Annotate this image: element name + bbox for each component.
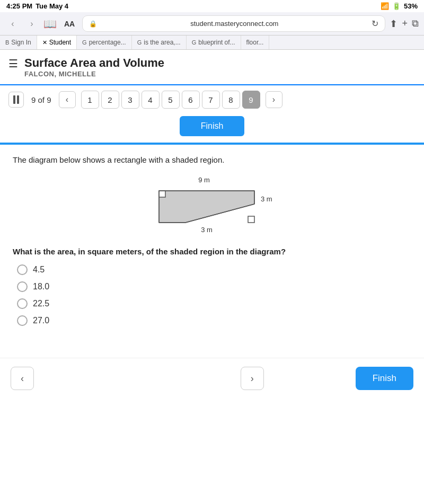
diagram-area: 9 m 3 m 3 m: [13, 175, 411, 238]
finish-bottom-button[interactable]: Finish: [356, 367, 413, 390]
url-text: student.masteryconnect.com: [100, 20, 368, 28]
radio-b[interactable]: [17, 281, 28, 292]
address-bar[interactable]: 🔒 student.masteryconnect.com ↻: [82, 15, 385, 32]
choice-b[interactable]: 18.0: [17, 281, 411, 292]
radio-d[interactable]: [17, 315, 28, 326]
svg-text:3 m: 3 m: [261, 195, 272, 203]
question-number-list: 1 2 3 4 5 6 7 8 9: [81, 91, 260, 109]
diagram-svg: 9 m 3 m 3 m: [143, 175, 281, 238]
answer-label: What is the area, in square meters, of t…: [13, 247, 411, 256]
radio-a[interactable]: [17, 264, 28, 275]
svg-text:9 m: 9 m: [198, 176, 210, 184]
pause-button[interactable]: [8, 92, 24, 108]
bottom-prev-button[interactable]: ‹: [11, 367, 34, 390]
question-nav: 9 of 9 ‹ 1 2 3 4 5 6 7 8 9 ›: [0, 85, 424, 114]
question-number-8[interactable]: 8: [222, 91, 240, 109]
finish-nav-area: Finish: [0, 114, 424, 143]
student-name: FALCON, MICHELLE: [24, 70, 164, 78]
reload-button[interactable]: ↻: [372, 19, 378, 29]
page-title: Surface Area and Volume: [24, 56, 164, 70]
svg-text:3 m: 3 m: [201, 226, 213, 234]
tab-blueprint[interactable]: G blueprint of...: [187, 36, 241, 49]
choice-c-label: 22.5: [33, 299, 49, 308]
status-bar: 4:25 PM Tue May 4 📶 🔋 53%: [0, 0, 424, 12]
battery-percent: 53%: [404, 2, 418, 10]
menu-button[interactable]: ☰: [8, 57, 18, 70]
choice-d[interactable]: 27.0: [17, 315, 411, 326]
radio-c[interactable]: [17, 298, 28, 309]
prev-question-button[interactable]: ‹: [59, 91, 76, 108]
choice-c[interactable]: 22.5: [17, 298, 411, 309]
svg-marker-1: [159, 191, 254, 223]
question-number-9[interactable]: 9: [242, 91, 260, 109]
bottom-nav: ‹ › Finish: [0, 358, 424, 399]
question-number-2[interactable]: 2: [101, 91, 119, 109]
share-button[interactable]: ⬆: [390, 18, 398, 30]
question-content: The diagram below shows a rectangle with…: [0, 145, 424, 337]
tab-signin[interactable]: B Sign In: [0, 36, 37, 49]
question-description: The diagram below shows a rectangle with…: [13, 155, 411, 164]
tabs-button[interactable]: ⧉: [412, 18, 419, 30]
question-number-7[interactable]: 7: [202, 91, 220, 109]
tab-floor[interactable]: floor...: [241, 36, 270, 49]
date: Tue May 4: [36, 2, 68, 10]
back-button[interactable]: ‹: [5, 16, 20, 31]
tab-isthearea[interactable]: G is the area,...: [132, 36, 187, 49]
choice-a[interactable]: 4.5: [17, 264, 411, 275]
battery-icon: 🔋: [392, 2, 401, 10]
wifi-icon: 📶: [381, 2, 389, 10]
question-number-6[interactable]: 6: [182, 91, 200, 109]
forward-button[interactable]: ›: [24, 16, 39, 31]
time: 4:25 PM: [6, 2, 32, 10]
tab-student[interactable]: ✕ Student: [37, 36, 77, 49]
finish-nav-button[interactable]: Finish: [180, 116, 245, 136]
bookmarks-icon[interactable]: 📖: [43, 17, 57, 30]
app-header: ☰ Surface Area and Volume FALCON, MICHEL…: [0, 50, 424, 85]
choice-d-label: 27.0: [33, 316, 49, 325]
choice-a-label: 4.5: [33, 265, 45, 275]
question-count: 9 of 9: [29, 95, 54, 104]
browser-tabs: B Sign In ✕ Student G percentage... G is…: [0, 36, 424, 50]
next-question-button[interactable]: ›: [266, 91, 282, 108]
question-number-3[interactable]: 3: [121, 91, 139, 109]
question-number-5[interactable]: 5: [162, 91, 180, 109]
add-tab-button[interactable]: +: [402, 18, 408, 30]
choice-b-label: 18.0: [33, 282, 49, 291]
browser-toolbar: ‹ › 📖 AA 🔒 student.masteryconnect.com ↻ …: [0, 12, 424, 36]
question-number-1[interactable]: 1: [81, 91, 99, 109]
text-size-button[interactable]: AA: [61, 19, 78, 29]
question-number-4[interactable]: 4: [142, 91, 160, 109]
svg-rect-3: [248, 216, 254, 223]
lock-icon: 🔒: [89, 20, 97, 28]
svg-rect-2: [159, 191, 165, 197]
tab-percentage[interactable]: G percentage...: [77, 36, 132, 49]
bottom-next-button[interactable]: ›: [241, 367, 264, 390]
answer-choices: 4.5 18.0 22.5 27.0: [13, 264, 411, 326]
